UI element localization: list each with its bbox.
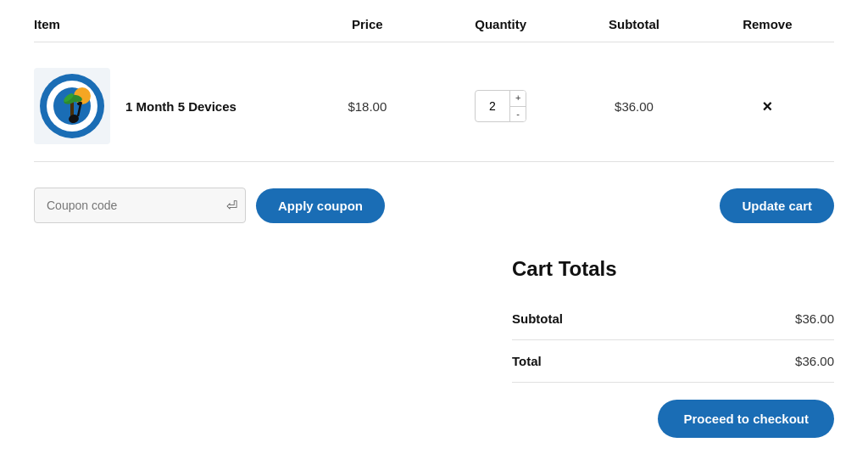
coupon-icon: ⏎ [226, 198, 237, 214]
remove-cell: × [701, 98, 834, 115]
coupon-input[interactable] [34, 188, 246, 223]
proceed-to-checkout-button[interactable]: Proceed to checkout [658, 400, 834, 438]
table-row: 1 Month 5 Devices $18.00 + - $36.00 × [34, 51, 834, 162]
qty-buttons: + - [509, 91, 526, 120]
quantity-stepper[interactable]: + - [475, 90, 526, 121]
cart-table-header: Item Price Quantity Subtotal Remove [34, 17, 834, 42]
product-image-svg [38, 72, 106, 140]
header-item: Item [34, 17, 301, 31]
update-cart-button[interactable]: Update cart [720, 188, 834, 223]
cart-totals-wrapper: Cart Totals Subtotal $36.00 Total $36.00… [34, 257, 834, 438]
subtotal-label: Subtotal [512, 311, 563, 326]
item-price: $18.00 [301, 99, 434, 114]
subtotal-row: Subtotal $36.00 [512, 298, 834, 340]
total-label: Total [512, 354, 542, 368]
item-subtotal: $36.00 [567, 99, 700, 114]
subtotal-value: $36.00 [795, 311, 834, 326]
cart-actions: ⏎ Apply coupon Update cart [34, 162, 834, 240]
header-quantity: Quantity [434, 17, 567, 31]
page-wrapper: Item Price Quantity Subtotal Remove [0, 0, 868, 455]
apply-coupon-button[interactable]: Apply coupon [256, 188, 385, 223]
checkout-btn-wrapper: Proceed to checkout [512, 400, 834, 438]
product-name: 1 Month 5 Devices [125, 99, 236, 114]
product-image [34, 68, 110, 144]
header-price: Price [301, 17, 434, 31]
cart-totals-title: Cart Totals [512, 257, 834, 281]
header-remove: Remove [701, 17, 834, 31]
total-value: $36.00 [795, 354, 834, 368]
item-quantity-wrapper: + - [434, 90, 567, 121]
cart-totals: Cart Totals Subtotal $36.00 Total $36.00… [512, 257, 834, 438]
remove-item-button[interactable]: × [762, 98, 772, 115]
coupon-area: ⏎ Apply coupon [34, 188, 385, 223]
coupon-input-wrapper: ⏎ [34, 188, 246, 223]
quantity-increase-button[interactable]: + [510, 91, 526, 106]
quantity-decrease-button[interactable]: - [510, 107, 526, 121]
quantity-input[interactable] [476, 96, 509, 116]
total-row: Total $36.00 [512, 340, 834, 383]
header-subtotal: Subtotal [567, 17, 700, 31]
cart-item-info: 1 Month 5 Devices [34, 68, 301, 144]
